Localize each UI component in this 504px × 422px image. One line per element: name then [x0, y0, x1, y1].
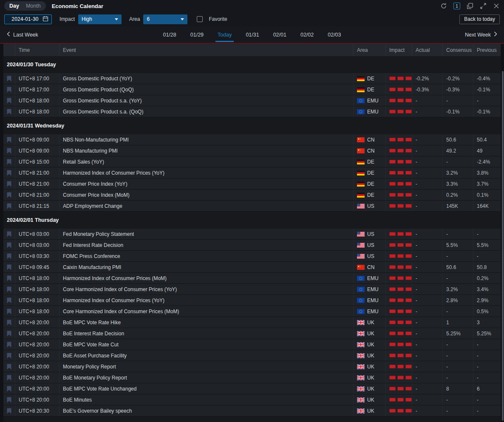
bookmark-cell[interactable] [3, 84, 15, 95]
vertical-scrollbar[interactable] [502, 71, 504, 421]
flag-de-icon [357, 87, 365, 92]
bookmark-cell[interactable] [3, 306, 15, 317]
cascade-windows-icon[interactable] [467, 3, 473, 9]
event-time: UTC+8 03:30 [15, 251, 59, 261]
table-row[interactable]: UTC+8 20:00BoE MinutesUK--- [3, 394, 501, 405]
bookmark-cell[interactable] [3, 273, 15, 283]
bookmark-cell[interactable] [3, 167, 15, 178]
impact-select[interactable]: High [78, 14, 122, 24]
table-row[interactable]: UTC+8 20:00BoE MPC Vote Rate CutUK--- [3, 339, 501, 350]
mode-toggle[interactable]: DayMonth [4, 1, 46, 11]
table-row[interactable]: UTC+8 18:00Harmonized Index of Consumer … [3, 295, 501, 306]
bookmark-cell[interactable] [3, 405, 15, 416]
table-row[interactable]: UTC+8 18:00Core Harmonized Index of Cons… [3, 284, 501, 295]
area-code: UK [367, 320, 374, 326]
bookmark-cell[interactable] [3, 178, 15, 189]
table-row[interactable]: UTC+8 18:00Gross Domestic Product s.a. (… [3, 95, 501, 106]
table-row[interactable]: UTC+8 21:00Consumer Price Index (YoY)DE-… [3, 178, 501, 190]
flag-de-icon [357, 170, 365, 176]
area-code: EMU [367, 286, 379, 292]
bookmark-cell[interactable] [3, 240, 15, 250]
bookmark-cell[interactable] [3, 156, 15, 167]
table-row[interactable]: UTC+8 15:00Retail Sales (YoY)DE---2.4% [3, 156, 501, 167]
bookmark-cell[interactable] [3, 284, 15, 295]
event-name: BoE Interest Rate Decision [59, 328, 354, 339]
table-row[interactable]: UTC+8 20:00Monetary Policy ReportUK--- [3, 361, 501, 372]
table-row[interactable]: UTC+8 03:00Fed Monetary Policy Statement… [3, 229, 501, 240]
table-row[interactable]: UTC+8 03:30FOMC Press ConferenceUS--- [3, 251, 501, 262]
area-cell: US [354, 229, 386, 239]
day-tab-02-01[interactable]: 02/01 [272, 28, 288, 42]
back-to-today-button[interactable]: Back to today [459, 14, 500, 24]
table-row[interactable]: UTC+8 20:00BoE MPC Vote Rate UnchangedUK… [3, 383, 501, 394]
consensus-value: 3.2% [443, 284, 473, 295]
day-tab-01-28[interactable]: 01/28 [161, 28, 178, 42]
table-row[interactable]: UTC+8 20:00BoE MPC Vote Rate HikeUK-13 [3, 317, 501, 328]
area-cell: EMU [354, 106, 386, 117]
table-row[interactable]: UTC+8 21:00Harmonized Index of Consumer … [3, 167, 501, 178]
table-header: TimeEventAreaImpactActualConsensusPrevio… [3, 44, 501, 56]
consensus-value: - [443, 95, 473, 106]
impact-bar [405, 88, 412, 91]
table-row[interactable]: UTC+8 20:30BoE's Governor Bailey speechU… [3, 405, 501, 416]
area-code: DE [367, 87, 374, 93]
bookmark-cell[interactable] [3, 262, 15, 272]
table-row[interactable]: UTC+8 09:45Caixin Manufacturing PMICN-50… [3, 262, 501, 273]
day-tab-today[interactable]: Today [216, 28, 233, 42]
day-tab-02-02[interactable]: 02/02 [299, 28, 315, 42]
bookmark-cell[interactable] [3, 317, 15, 328]
bookmark-cell[interactable] [3, 361, 15, 372]
bookmark-icon [7, 264, 11, 270]
table-row[interactable]: UTC+8 17:00Gross Domestic Product (QoQ)D… [3, 84, 501, 95]
table-row[interactable]: UTC+8 09:00NBS Non-Manufacturing PMICN-5… [3, 134, 501, 145]
bookmark-cell[interactable] [3, 372, 15, 383]
table-row[interactable]: UTC+8 20:00BoE Asset Purchase FacilityUK… [3, 350, 501, 361]
favorite-checkbox[interactable] [197, 16, 203, 22]
impact-bar [389, 354, 396, 357]
table-row[interactable]: UTC+8 18:00Harmonized Index of Consumer … [3, 273, 501, 284]
panel-badge[interactable]: 1 [453, 3, 460, 9]
day-tab-01-31[interactable]: 01/31 [244, 28, 260, 42]
bookmark-cell[interactable] [3, 95, 15, 106]
bookmark-cell[interactable] [3, 134, 15, 145]
impact-bar [389, 387, 396, 391]
day-tab-02-03[interactable]: 02/03 [326, 28, 343, 42]
bookmark-cell[interactable] [3, 350, 15, 361]
bookmark-cell[interactable] [3, 145, 15, 156]
bookmark-cell[interactable] [3, 190, 15, 200]
bookmark-cell[interactable] [3, 394, 15, 405]
bookmark-cell[interactable] [3, 383, 15, 394]
impact-bar [397, 160, 404, 164]
bookmark-cell[interactable] [3, 229, 15, 239]
previous-value: - [473, 361, 501, 372]
expand-icon[interactable] [480, 3, 487, 9]
impact-bars [386, 372, 412, 383]
table-row[interactable]: UTC+8 03:00Fed Interest Rate DecisionUS-… [3, 240, 501, 251]
bookmark-cell[interactable] [3, 328, 15, 339]
table-row[interactable]: UTC+8 20:00BoE Interest Rate DecisionUK-… [3, 328, 501, 339]
area-cell: US [354, 240, 386, 250]
table-row[interactable]: UTC+8 18:00Core Harmonized Index of Cons… [3, 306, 501, 317]
day-tab-01-29[interactable]: 01/29 [189, 28, 205, 42]
bookmark-cell[interactable] [3, 106, 15, 117]
table-row[interactable]: UTC+8 17:00Gross Domestic Product (YoY)D… [3, 73, 501, 84]
mode-tab-month[interactable]: Month [23, 2, 44, 10]
table-row[interactable]: UTC+8 21:15ADP Employment ChangeUS-145K1… [3, 201, 501, 212]
bookmark-cell[interactable] [3, 251, 15, 261]
impact-bar [389, 276, 396, 280]
bookmark-cell[interactable] [3, 339, 15, 350]
table-row[interactable]: UTC+8 20:00BoE Monetary Policy ReportUK-… [3, 372, 501, 383]
bookmark-cell[interactable] [3, 73, 15, 84]
area-select[interactable]: 6 [143, 14, 187, 24]
table-row[interactable]: UTC+8 09:00NBS Manufacturing PMICN-49.24… [3, 145, 501, 156]
event-name: NBS Non-Manufacturing PMI [59, 134, 354, 145]
table-row[interactable]: UTC+8 21:00Consumer Price Index (MoM)DE-… [3, 190, 501, 201]
refresh-icon[interactable] [440, 3, 447, 9]
mode-tab-day[interactable]: Day [6, 2, 23, 10]
close-icon[interactable] [493, 3, 500, 9]
bookmark-cell[interactable] [3, 295, 15, 306]
impact-bars [386, 106, 412, 117]
bookmark-cell[interactable] [3, 201, 15, 211]
table-row[interactable]: UTC+8 18:00Gross Domestic Product s.a. (… [3, 106, 501, 117]
date-input[interactable]: 2024-01-30 [4, 14, 52, 24]
